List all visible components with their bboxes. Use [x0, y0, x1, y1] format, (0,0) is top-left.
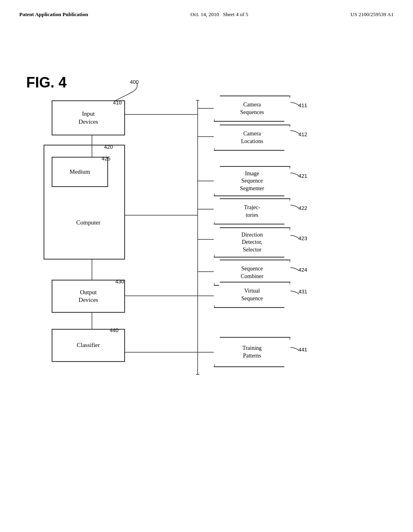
ref-422: 422 [298, 205, 307, 211]
diagram-area: FIG. 4 400 Input Devices 410 Medium 425 … [0, 22, 413, 497]
ref-400: 400 [130, 79, 139, 85]
pub-date: Oct. 14, 2010 [190, 11, 219, 17]
virtual-sequence-box: Virtual Sequence [214, 282, 290, 308]
fig-label-text: FIG. 4 [26, 74, 67, 91]
ref-412: 412 [298, 131, 307, 137]
ref-440: 440 [110, 327, 119, 333]
ref-420: 420 [104, 144, 113, 150]
header-right: US 2100/259539 A1 [350, 11, 394, 18]
header-left: Patent Application Publication [19, 11, 88, 18]
patent-number: US 2100/259539 A1 [350, 11, 394, 17]
computer-box [44, 145, 125, 260]
ref-410: 410 [113, 100, 122, 106]
classifier-box: Classifier [52, 329, 125, 362]
computer-label: Computer [52, 219, 125, 226]
page-header: Patent Application Publication Oct. 14, … [0, 0, 413, 18]
sheet-info: Sheet 4 of 5 [223, 11, 248, 17]
trajectories-box: Trajec- tories [214, 198, 290, 224]
direction-detector-box: Direction Detector, Selector [214, 227, 290, 258]
image-sequence-box: Image Sequence Segmenter [214, 166, 290, 196]
ref-431: 431 [298, 289, 307, 295]
camera-locations-box: Camera Locations [214, 125, 290, 151]
output-devices-box: Output Devices [52, 280, 125, 313]
figure-label: FIG. 4 [26, 74, 67, 91]
ref-421: 421 [298, 173, 307, 179]
ref-423: 423 [298, 235, 307, 241]
ref-411: 411 [298, 102, 307, 108]
publication-title: Patent Application Publication [19, 11, 88, 17]
ref-430: 430 [115, 278, 124, 285]
input-devices-box: Input Devices [52, 100, 125, 135]
ref-441: 441 [298, 347, 307, 353]
training-patterns-box: Training Patterns [214, 337, 290, 367]
header-center: Oct. 14, 2010 Sheet 4 of 5 [190, 11, 248, 18]
camera-sequences-box: Camera Sequences [214, 96, 290, 122]
ref-424: 424 [298, 267, 307, 273]
diagram-lines [0, 22, 413, 497]
